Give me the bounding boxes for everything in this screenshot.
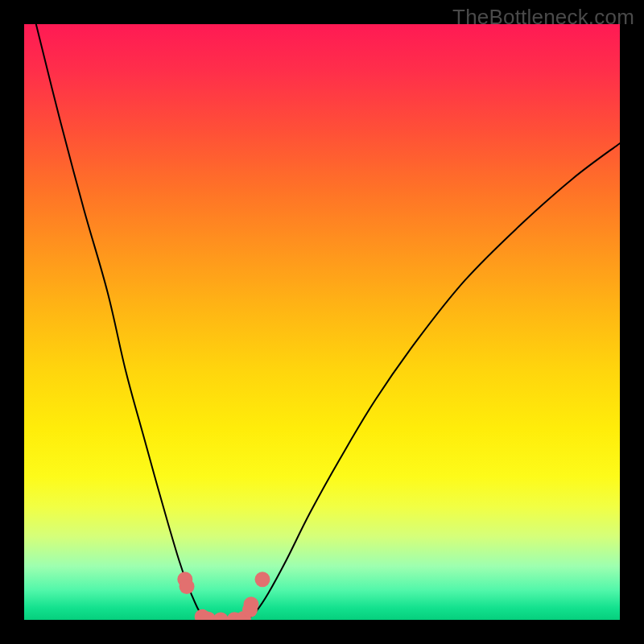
plot-area [24,24,620,620]
marker-dot [243,597,258,612]
chart-frame: TheBottleneck.com [0,0,644,644]
marker-dot [180,579,195,594]
watermark-text: TheBottleneck.com [452,5,634,30]
curve-layer [24,24,620,620]
marker-dot [213,613,229,621]
bottleneck-curve [36,24,620,620]
marker-dot [255,572,270,587]
